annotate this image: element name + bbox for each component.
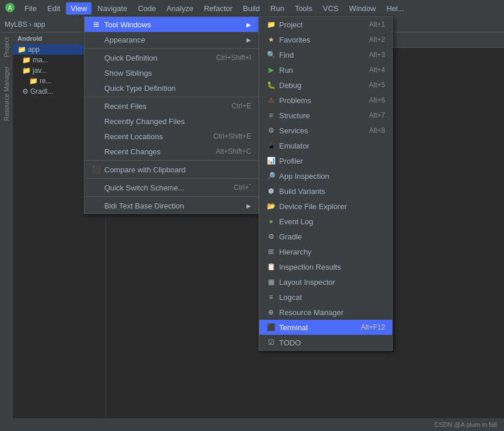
tool-windows-icon: ⊞ — [91, 20, 101, 29]
menu-navigate[interactable]: Navigate — [93, 2, 132, 15]
folder-icon-java: 📁 — [22, 66, 31, 75]
menu-help[interactable]: Hel... — [382, 2, 408, 15]
svg-text:A: A — [8, 5, 12, 11]
menu-item-recent-files[interactable]: Recent Files Ctrl+E — [84, 98, 258, 114]
menu-item-recent-locations[interactable]: Recent Locations Ctrl+Shift+E — [84, 129, 258, 144]
tw-structure-shortcut: Alt+7 — [369, 111, 385, 119]
structure-icon: ≡ — [266, 111, 276, 120]
tw-find[interactable]: 🔍 Find Alt+3 — [259, 47, 392, 62]
menu-run[interactable]: Run — [266, 2, 289, 15]
todo-icon: ☑ — [266, 338, 276, 347]
tw-build-variants[interactable]: ⬢ Build Variants — [259, 183, 392, 199]
menu-analyze[interactable]: Analyze — [162, 2, 198, 15]
find-icon: 🔍 — [266, 50, 276, 59]
tw-profiler[interactable]: 📊 Profiler — [259, 153, 392, 168]
menu-item-recently-changed[interactable]: Recently Changed Files — [84, 114, 258, 129]
menu-item-tool-windows[interactable]: ⊞ Tool Windows ▶ — [84, 17, 258, 32]
separator-5 — [84, 196, 258, 197]
debug-icon: 🐛 — [266, 80, 276, 90]
separator-2 — [84, 97, 258, 97]
tw-todo[interactable]: ☑ TODO — [259, 335, 392, 350]
menu-item-appearance[interactable]: Appearance ▶ — [84, 32, 258, 47]
menu-item-show-siblings[interactable]: Show Siblings — [84, 65, 258, 80]
menu-build[interactable]: Build — [238, 2, 265, 15]
menu-item-quick-type[interactable]: Quick Type Definition — [84, 80, 258, 96]
tw-event-log[interactable]: ● Event Log — [259, 214, 392, 229]
tw-emulator[interactable]: 📱 Emulator — [259, 138, 392, 153]
tw-problems[interactable]: ⚠ Problems Alt+6 — [259, 93, 392, 108]
tw-device-file-explorer[interactable]: 📂 Device File Explorer — [259, 199, 392, 214]
tw-gradle[interactable]: ⚙ Gradle — [259, 229, 392, 244]
run-icon: ▶ — [266, 65, 276, 75]
menu-item-quick-switch[interactable]: Quick Switch Scheme... Ctrl+` — [84, 180, 258, 195]
inspection-results-icon: 📋 — [266, 262, 276, 271]
breadcrumb-app[interactable]: app — [33, 20, 45, 29]
recent-locations-shortcut: Ctrl+Shift+E — [213, 132, 251, 140]
folder-icon: 📁 — [17, 45, 26, 54]
menu-vcs[interactable]: VCS — [318, 2, 343, 15]
event-log-icon: ● — [266, 217, 276, 226]
view-menu: ⊞ Tool Windows ▶ Appearance ▶ Quick Defi… — [84, 16, 259, 214]
quick-switch-icon — [91, 183, 101, 192]
tw-debug-shortcut: Alt+5 — [369, 81, 385, 89]
statusbar-text: CSDN @A plum in fall — [434, 421, 497, 428]
recently-changed-icon — [91, 116, 101, 126]
tw-terminal[interactable]: ⬛ Terminal Alt+F12 — [259, 320, 392, 335]
tw-run[interactable]: ▶ Run Alt+4 — [259, 62, 392, 77]
tw-terminal-shortcut: Alt+F12 — [361, 323, 385, 331]
tw-find-shortcut: Alt+3 — [369, 51, 385, 59]
tw-structure[interactable]: ≡ Structure Alt+7 — [259, 108, 392, 123]
tw-project[interactable]: 📁 Project Alt+1 — [259, 17, 392, 32]
tw-favorites[interactable]: ★ Favorites Alt+2 — [259, 32, 392, 47]
menu-item-bidi[interactable]: Bidi Text Base Direction ▶ — [84, 198, 258, 213]
quick-def-icon — [91, 53, 101, 62]
menu-tools[interactable]: Tools — [290, 2, 317, 15]
gradle-icon: ⚙ — [22, 87, 29, 96]
menu-window[interactable]: Window — [344, 2, 380, 15]
menu-file[interactable]: File — [20, 2, 41, 15]
recent-locations-icon — [91, 132, 101, 141]
quick-type-icon — [91, 83, 101, 93]
tw-services[interactable]: ⚙ Services Alt+8 — [259, 123, 392, 138]
menu-edit[interactable]: Edit — [43, 2, 65, 15]
resource-manager-label[interactable]: Resource Manager — [2, 62, 11, 126]
recent-changes-icon — [91, 147, 101, 156]
menu-view[interactable]: View — [66, 2, 91, 15]
tw-app-inspection[interactable]: 🔎 App Inspection — [259, 168, 392, 183]
tw-hierarchy[interactable]: ⊞ Hierarchy — [259, 244, 392, 259]
menu-item-compare-clipboard[interactable]: ⬛ Compare with Clipboard — [84, 162, 258, 177]
menu-refactor[interactable]: Refactor — [199, 2, 237, 15]
bidi-icon — [91, 201, 101, 210]
menu-code[interactable]: Code — [133, 2, 161, 15]
tw-run-shortcut: Alt+4 — [369, 66, 385, 74]
project-icon: 📁 — [266, 20, 276, 29]
tw-inspection-results[interactable]: 📋 Inspection Results — [259, 259, 392, 274]
quick-switch-shortcut: Ctrl+` — [234, 183, 251, 192]
recent-files-shortcut: Ctrl+E — [231, 102, 251, 110]
project-panel-label[interactable]: Project — [2, 33, 11, 62]
statusbar: CSDN @A plum in fall — [0, 418, 504, 431]
menubar: A File Edit View Navigate Code Analyze R… — [0, 0, 504, 16]
emulator-icon: 📱 — [266, 141, 276, 150]
layout-inspector-icon: ▦ — [266, 277, 276, 287]
submenu-arrow-bidi: ▶ — [246, 203, 251, 209]
menu-item-quick-def[interactable]: Quick Definition Ctrl+Shift+I — [84, 50, 258, 65]
recent-changes-shortcut: Alt+Shift+C — [216, 147, 251, 156]
breadcrumb-project[interactable]: MyLBS — [5, 20, 27, 29]
logcat-icon: ≡ — [266, 292, 276, 302]
gradle-menu-icon: ⚙ — [266, 232, 276, 241]
device-file-explorer-icon: 📂 — [266, 202, 276, 211]
dropdown-container: ⊞ Tool Windows ▶ Appearance ▶ Quick Defi… — [84, 16, 259, 214]
show-siblings-icon — [91, 68, 101, 77]
problems-icon: ⚠ — [266, 96, 276, 105]
app-inspection-icon: 🔎 — [266, 171, 276, 181]
tw-project-shortcut: Alt+1 — [369, 20, 385, 29]
profiler-icon: 📊 — [266, 156, 276, 165]
tw-layout-inspector[interactable]: ▦ Layout Inspector — [259, 274, 392, 289]
tw-services-shortcut: Alt+8 — [369, 126, 385, 135]
tw-logcat[interactable]: ≡ Logcat — [259, 289, 392, 305]
menu-item-recent-changes[interactable]: Recent Changes Alt+Shift+C — [84, 144, 258, 159]
tw-resource-manager[interactable]: ⊕ Resource Manager — [259, 305, 392, 320]
breadcrumb: MyLBS › app — [0, 18, 50, 31]
tw-debug[interactable]: 🐛 Debug Alt+5 — [259, 77, 392, 93]
